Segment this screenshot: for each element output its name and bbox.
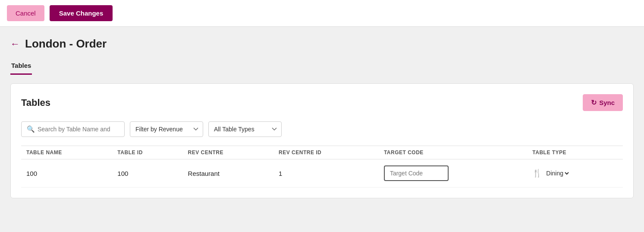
save-changes-button[interactable]: Save Changes xyxy=(50,5,113,21)
cell-table-id: 100 xyxy=(112,159,182,188)
tabs-bar: Tables xyxy=(0,51,644,75)
sync-button[interactable]: ↻ Sync xyxy=(583,94,623,111)
filter-by-revenue-select[interactable]: Filter by Revenue xyxy=(130,121,203,137)
table-header-row: TABLE NAME TABLE ID REV CENTRE REV CENTR… xyxy=(21,146,623,159)
col-target-code: TARGET CODE xyxy=(379,146,527,159)
cell-table-type: 🍴 Dining Bar Other xyxy=(527,159,623,188)
cell-rev-centre-id: 1 xyxy=(273,159,379,188)
tables-table: TABLE NAME TABLE ID REV CENTRE REV CENTR… xyxy=(21,146,623,188)
cell-target-code xyxy=(379,159,527,188)
card-header: Tables ↻ Sync xyxy=(21,94,623,111)
filter-table-types-select[interactable]: All Table Types xyxy=(208,121,282,137)
sync-label: Sync xyxy=(599,99,615,106)
table-type-cell: 🍴 Dining Bar Other xyxy=(532,168,618,178)
table-row: 100 100 Restaurant 1 🍴 Dining Bar xyxy=(21,159,623,188)
tables-card: Tables ↻ Sync 🔍 Filter by Revenue All Ta… xyxy=(10,83,634,198)
cancel-button[interactable]: Cancel xyxy=(7,5,44,21)
search-input[interactable] xyxy=(38,126,119,133)
search-icon: 🔍 xyxy=(27,125,35,133)
col-table-id: TABLE ID xyxy=(112,146,182,159)
table-type-icon: 🍴 xyxy=(532,168,542,178)
table-type-dropdown[interactable]: Dining Bar Other xyxy=(544,169,570,177)
tab-tables[interactable]: Tables xyxy=(10,58,32,75)
cell-table-name: 100 xyxy=(21,159,112,188)
sync-icon: ↻ xyxy=(591,99,597,107)
top-bar: Cancel Save Changes xyxy=(0,0,644,27)
back-arrow-icon[interactable]: ← xyxy=(10,38,20,50)
col-rev-centre: REV CENTRE xyxy=(183,146,273,159)
col-rev-centre-id: REV CENTRE ID xyxy=(273,146,379,159)
page-title: London - Order xyxy=(25,37,107,51)
col-table-name: TABLE NAME xyxy=(21,146,112,159)
search-box: 🔍 xyxy=(21,121,125,137)
tables-card-title: Tables xyxy=(21,97,50,108)
col-table-type: TABLE TYPE xyxy=(527,146,623,159)
filters-row: 🔍 Filter by Revenue All Table Types xyxy=(21,121,623,137)
main-content: Tables ↻ Sync 🔍 Filter by Revenue All Ta… xyxy=(0,75,644,207)
target-code-input[interactable] xyxy=(384,165,449,181)
cell-rev-centre: Restaurant xyxy=(183,159,273,188)
page-header: ← London - Order xyxy=(0,27,644,51)
